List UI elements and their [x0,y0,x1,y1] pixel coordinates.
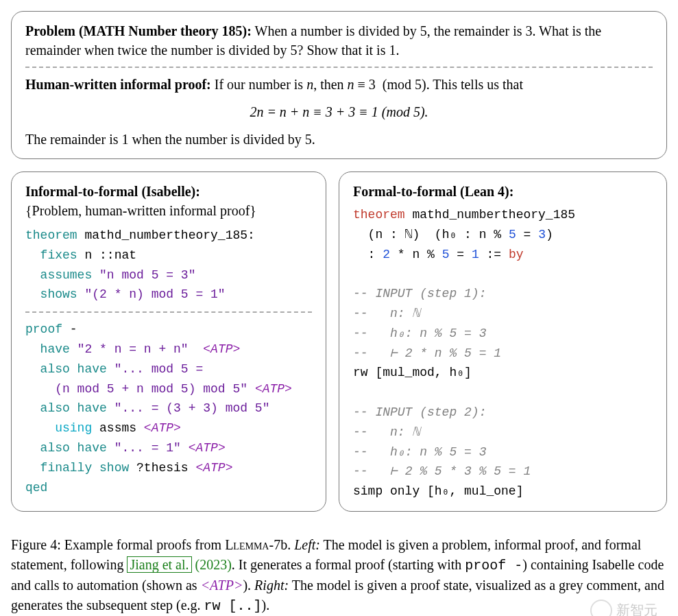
equation: 2n = n + n ≡ 3 + 3 ≡ 1 (mod 5). [25,102,653,121]
caption-left-cont3: ). [243,578,254,593]
lean-title: Formal-to-formal (Lean 4): [353,182,653,201]
informal-prefix: Human-written informal proof: [25,77,211,92]
citation[interactable]: Jiang et al. [127,556,191,573]
proof-dash-code: proof - [465,558,522,573]
isabelle-subtitle: {Problem, human-written informal proof} [25,201,312,220]
lean-code: theorem mathd_numbertheory_185 (n : ℕ) (… [353,205,653,501]
isabelle-code-bottom: proof - have "2 * n = n + n" <ATP> also … [25,320,312,497]
divider [25,311,312,313]
right-label: Right: [254,578,289,593]
problem-statement: Problem (MATH Number theory 185): When a… [25,21,653,60]
model-name: Llemma [225,537,269,552]
atp-inline: <ATP> [201,578,243,593]
informal-sentence-1: If our number is n, then n ≡ 3 (mod 5). … [211,77,523,92]
informal-sentence-2: The remainder is 1 when the number is di… [25,130,653,149]
caption-right-body2: ). [262,597,270,613]
isabelle-panel: Informal-to-formal (Isabelle): {Problem,… [11,171,326,512]
problem-panel: Problem (MATH Number theory 185): When a… [11,11,667,159]
problem-prefix: Problem (MATH Number theory 185): [25,23,252,38]
left-label: Left: [294,537,320,552]
isabelle-title: Informal-to-formal (Isabelle): [25,182,312,201]
divider [25,67,653,68]
caption-lead: Example formal proofs from [61,537,225,552]
model-suffix: -7b. [269,537,291,552]
informal-proof-block: Human-written informal proof: If our num… [25,75,653,149]
isabelle-code-top: theorem mathd_numbertheory_185: fixes n … [25,226,312,305]
citation-year: (2023) [195,557,232,572]
figure-label: Figure 4: [11,537,61,552]
rw-code: rw [..] [204,598,262,614]
lean-panel: Formal-to-formal (Lean 4): theorem mathd… [339,171,667,512]
figure-caption: Figure 4: Example formal proofs from Lle… [11,535,667,616]
caption-left-cont: . It generates a formal proof (starting … [232,557,465,572]
